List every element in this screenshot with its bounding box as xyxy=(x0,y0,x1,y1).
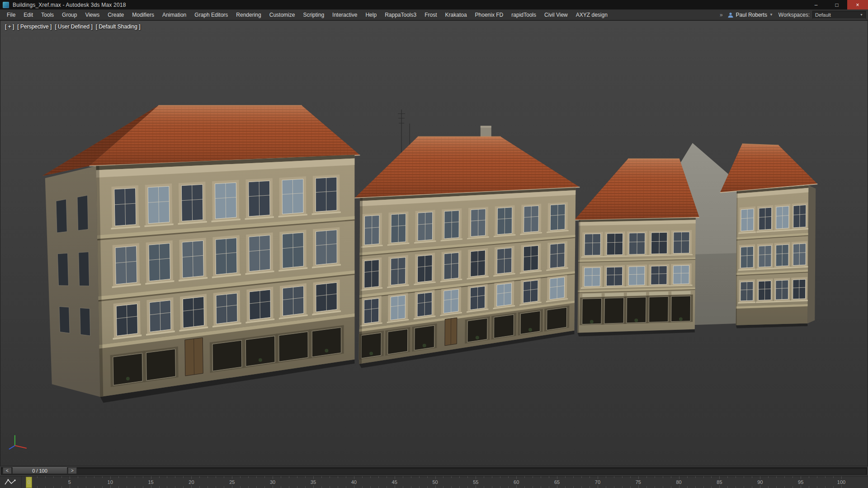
next-frame-button[interactable]: > xyxy=(68,467,77,474)
menu-item-interactive[interactable]: Interactive xyxy=(328,9,361,20)
frame-tick xyxy=(663,476,663,478)
workspace-dropdown[interactable]: Default ▼ xyxy=(812,11,866,19)
menu-item-phoenix-fd[interactable]: Phoenix FD xyxy=(471,9,508,20)
viewport-label: [ + ] [ Perspective ] [ User Defined ] [… xyxy=(5,23,140,30)
frame-tick xyxy=(362,486,363,488)
frame-tick xyxy=(256,476,257,478)
frame-tick xyxy=(224,476,224,478)
building-2[interactable] xyxy=(354,110,580,368)
frame-tick xyxy=(427,476,428,478)
menu-item-edit[interactable]: Edit xyxy=(19,9,37,20)
minimize-button[interactable]: – xyxy=(806,0,826,9)
frame-tick xyxy=(191,476,192,479)
viewport-lighting-menu[interactable]: [ User Defined ] xyxy=(55,23,92,30)
menu-overflow-chevron[interactable]: » xyxy=(720,12,723,18)
frame-tick xyxy=(86,476,86,478)
frame-tick xyxy=(78,476,78,478)
frame-tick xyxy=(273,485,273,488)
frame-tick xyxy=(671,486,671,488)
frame-tick xyxy=(776,486,777,488)
frame-tick xyxy=(541,486,541,488)
frame-tick xyxy=(687,486,688,488)
menu-item-tools[interactable]: Tools xyxy=(37,9,58,20)
close-button[interactable]: × xyxy=(847,0,868,9)
menu-item-rappatools3[interactable]: RappaTools3 xyxy=(381,9,420,20)
frame-tick xyxy=(191,485,192,488)
frame-tick xyxy=(297,486,297,488)
frame-tick xyxy=(281,476,281,478)
frame-tick xyxy=(541,476,541,478)
frame-tick xyxy=(346,486,346,488)
viewport-canvas[interactable] xyxy=(0,21,868,466)
frame-tick xyxy=(419,486,420,488)
frame-tick xyxy=(671,476,671,478)
frame-tick xyxy=(703,476,704,478)
frame-tick xyxy=(833,476,834,478)
frame-tick xyxy=(297,476,297,478)
frame-tick xyxy=(801,476,801,479)
3dsmax-app-icon[interactable] xyxy=(3,2,9,8)
frame-tick xyxy=(135,476,135,478)
frame-tick xyxy=(841,476,842,479)
frame-tick xyxy=(387,486,387,488)
frame-tick xyxy=(484,476,484,478)
menu-item-group[interactable]: Group xyxy=(58,9,81,20)
time-slider-track[interactable] xyxy=(1,467,867,475)
time-slider-handle[interactable]: 0 / 100 xyxy=(12,467,67,474)
frame-tick xyxy=(110,476,111,479)
viewport-shading-menu[interactable]: [ Default Shading ] xyxy=(96,23,141,30)
frame-tick xyxy=(622,476,623,478)
ruler-label: 100 xyxy=(837,479,845,485)
building-1[interactable] xyxy=(42,106,360,403)
frame-tick xyxy=(240,476,241,478)
menu-item-frost[interactable]: Frost xyxy=(420,9,441,20)
frame-tick xyxy=(508,486,509,488)
frame-tick xyxy=(411,476,411,478)
perspective-viewport[interactable]: [ + ] [ Perspective ] [ User Defined ] [… xyxy=(0,20,868,466)
menu-item-modifiers[interactable]: Modifiers xyxy=(128,9,158,20)
mini-curve-editor-button[interactable] xyxy=(0,476,22,488)
menu-item-scripting[interactable]: Scripting xyxy=(299,9,328,20)
ruler-label: 65 xyxy=(554,479,560,485)
menu-item-rendering[interactable]: Rendering xyxy=(232,9,265,20)
user-account-menu[interactable]: Paul Roberts ▼ xyxy=(727,12,773,18)
frame-tick xyxy=(127,486,127,488)
frame-tick xyxy=(524,476,525,478)
viewport-pov-menu[interactable]: [ Perspective ] xyxy=(17,23,52,30)
menu-item-help[interactable]: Help xyxy=(361,9,381,20)
frame-tick xyxy=(175,486,175,488)
viewport-plus-menu[interactable]: [ + ] xyxy=(5,23,14,30)
frame-tick xyxy=(321,476,322,478)
frame-tick xyxy=(395,485,395,488)
maximize-button[interactable]: □ xyxy=(826,0,847,9)
menu-item-create[interactable]: Create xyxy=(104,9,128,20)
frame-ruler[interactable]: 0510152025303540455055606570758085909510… xyxy=(22,476,868,488)
menu-item-axyz-design[interactable]: AXYZ design xyxy=(572,9,612,20)
menu-item-animation[interactable]: Animation xyxy=(158,9,190,20)
frame-tick xyxy=(94,486,94,488)
frame-tick xyxy=(809,486,809,488)
menu-item-krakatoa[interactable]: Krakatoa xyxy=(441,9,471,20)
frame-tick xyxy=(695,476,696,478)
frame-tick xyxy=(151,485,151,488)
frame-tick xyxy=(719,476,720,479)
menu-item-views[interactable]: Views xyxy=(81,9,104,20)
frame-tick xyxy=(727,476,728,478)
frame-tick xyxy=(736,486,736,488)
ruler-label: 45 xyxy=(392,479,397,485)
frame-tick xyxy=(590,486,590,488)
ruler-label: 55 xyxy=(473,479,478,485)
frame-tick xyxy=(403,486,403,488)
menu-item-civil-view[interactable]: Civil View xyxy=(540,9,572,20)
frame-tick xyxy=(573,486,574,488)
titlebar: Buildings_Xref.max - Autodesk 3ds Max 20… xyxy=(0,0,868,9)
frame-tick xyxy=(370,476,371,478)
menu-item-customize[interactable]: Customize xyxy=(265,9,299,20)
menu-item-graph-editors[interactable]: Graph Editors xyxy=(190,9,232,20)
menu-item-file[interactable]: File xyxy=(3,9,19,20)
frame-tick xyxy=(232,476,232,479)
workspace-value: Default xyxy=(815,12,831,18)
previous-frame-button[interactable]: < xyxy=(3,467,12,474)
building-3[interactable] xyxy=(574,159,699,336)
menu-item-rapidtools[interactable]: rapidTools xyxy=(507,9,540,20)
